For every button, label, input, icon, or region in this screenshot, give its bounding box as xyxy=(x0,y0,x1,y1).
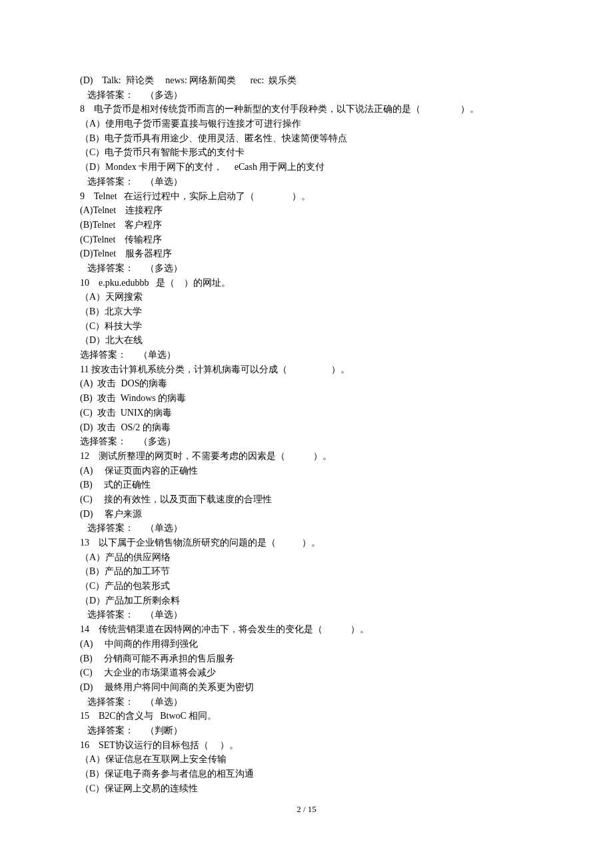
text-line: (D) 客户来源 xyxy=(80,507,533,522)
text-line: （D）北大在线 xyxy=(80,333,533,348)
text-line: （A）使用电子货币需要直接与银行连接才可进行操作 xyxy=(80,117,533,131)
text-line: 选择答案： （多选） xyxy=(80,261,533,276)
text-line: （D）产品加工所剩余料 xyxy=(80,594,533,608)
text-line: （B）产品的加工环节 xyxy=(80,564,533,579)
text-line: （A）保证信息在互联网上安全传输 xyxy=(80,752,533,767)
text-line: （C）产品的包装形式 xyxy=(80,579,533,594)
text-line: 13 以下属于企业销售物流所研究的问题的是（ ）。 xyxy=(80,536,533,550)
text-line: 选择答案： （单选） xyxy=(80,521,533,536)
text-line: (A) 攻击 DOS的病毒 xyxy=(80,376,533,391)
text-line: 11 按攻击计算机系统分类，计算机病毒可以分成（ ）。 xyxy=(80,362,533,377)
text-line: (D)Telnet 服务器程序 xyxy=(80,246,533,261)
text-line: (D) 攻击 OS/2 的病毒 xyxy=(80,420,533,435)
text-line: (A) 保证页面内容的正确性 xyxy=(80,464,533,478)
text-line: (B)Telnet 客户程序 xyxy=(80,218,533,232)
text-line: （A）天网搜索 xyxy=(80,290,533,304)
text-line: 16 SET协议运行的目标包括（ ）。 xyxy=(80,738,533,753)
text-line: (C) 大企业的市场渠道将会减少 xyxy=(80,665,533,680)
text-line: （B）北京大学 xyxy=(80,304,533,319)
text-line: 14 传统营销渠道在因特网的冲击下，将会发生的变化是（ ）。 xyxy=(80,622,533,637)
page-number: 2 / 15 xyxy=(0,803,613,816)
text-line: 选择答案： （多选） xyxy=(80,88,533,103)
text-line: (C) 接的有效性，以及页面下载速度的合理性 xyxy=(80,492,533,507)
text-line: 选择答案： （单选） xyxy=(80,608,533,622)
text-line: (A) 中间商的作用得到强化 xyxy=(80,637,533,651)
text-line: （A）产品的供应网络 xyxy=(80,550,533,565)
document-page: (D) Talk: 辩论类 news: 网络新闻类 rec: 娱乐类 选择答案：… xyxy=(0,0,613,868)
text-line: （C）电子货币只有智能卡形式的支付卡 xyxy=(80,145,533,160)
text-line: 选择答案： （单选） xyxy=(80,175,533,189)
text-line: （B）保证电子商务参与者信息的相互沟通 xyxy=(80,767,533,781)
text-line: (B) 分销商可能不再承担的售后服务 xyxy=(80,651,533,666)
text-line: (B) 式的正确性 xyxy=(80,478,533,492)
text-line: (C) 攻击 UNIX的病毒 xyxy=(80,406,533,420)
text-line: (D) Talk: 辩论类 news: 网络新闻类 rec: 娱乐类 xyxy=(80,73,533,88)
text-line: （C）科技大学 xyxy=(80,319,533,334)
text-line: 选择答案： （单选） xyxy=(80,348,533,362)
text-line: (C)Telnet 传输程序 xyxy=(80,232,533,247)
text-line: (A)Telnet 连接程序 xyxy=(80,203,533,218)
text-line: (D) 最终用户将同中间商的关系更为密切 xyxy=(80,680,533,695)
text-line: 8 电子货币是相对传统货币而言的一种新型的支付手段种类，以下说法正确的是（ ）。 xyxy=(80,102,533,117)
text-line: 12 测试所整理的网页时，不需要考虑的因素是（ ）。 xyxy=(80,449,533,464)
text-line: 15 B2C的含义与 BtwoC 相同。 xyxy=(80,709,533,723)
text-line: （D）Mondex 卡用于网下的支付， eCash 用于网上的支付 xyxy=(80,160,533,175)
text-line: 9 Telnet 在运行过程中，实际上启动了（ ）。 xyxy=(80,189,533,204)
text-line: 10 e.pku.edubbb 是（ ）的网址。 xyxy=(80,276,533,290)
text-line: （B）电子货币具有用途少、使用灵活、匿名性、快速简便等特点 xyxy=(80,131,533,146)
text-line: （C）保证网上交易的连续性 xyxy=(80,781,533,796)
text-line: 选择答案： （单选） xyxy=(80,695,533,709)
document-body: (D) Talk: 辩论类 news: 网络新闻类 rec: 娱乐类 选择答案：… xyxy=(80,73,533,795)
text-line: 选择答案： （多选） xyxy=(80,434,533,449)
text-line: (B) 攻击 Windows 的病毒 xyxy=(80,391,533,406)
text-line: 选择答案： （判断） xyxy=(80,723,533,738)
